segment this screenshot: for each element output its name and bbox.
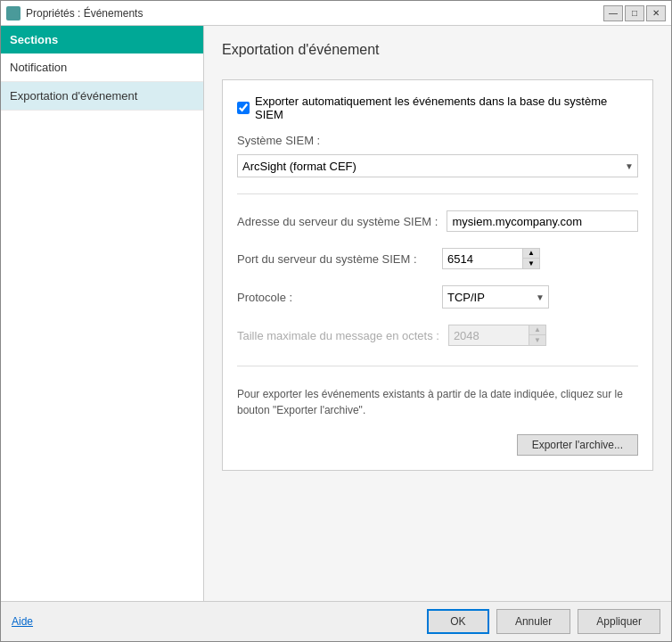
window-icon bbox=[6, 6, 20, 21]
title-bar-controls: — □ ✕ bbox=[603, 5, 666, 21]
export-archive-row: Exporter l'archive... bbox=[237, 434, 638, 456]
window-title: Propriétés : Événements bbox=[26, 7, 143, 20]
max-message-decrement-button: ▼ bbox=[529, 335, 545, 345]
apply-button[interactable]: Appliquer bbox=[578, 609, 660, 634]
minimize-button[interactable]: — bbox=[603, 5, 623, 21]
section-title: Exportation d'événement bbox=[222, 42, 653, 58]
protocol-label: Protocole : bbox=[237, 291, 433, 304]
sidebar-item-export[interactable]: Exportation d'événement bbox=[1, 82, 203, 111]
separator-2 bbox=[237, 366, 638, 366]
main-window: Propriétés : Événements — □ ✕ Sections N… bbox=[0, 0, 672, 642]
server-port-input[interactable] bbox=[442, 248, 522, 269]
server-port-increment-button[interactable]: ▲ bbox=[523, 249, 539, 259]
max-message-increment-button: ▲ bbox=[529, 325, 545, 335]
sidebar: Sections Notification Exportation d'évén… bbox=[1, 26, 204, 601]
siem-dropdown-wrapper: ArcSight (format CEF) QRadar Splunk ▼ bbox=[237, 154, 638, 177]
window-body: Sections Notification Exportation d'évén… bbox=[1, 26, 671, 601]
protocol-group: Protocole : TCP/IP UDP ▼ bbox=[237, 285, 638, 309]
server-port-spinner: ▲ ▼ bbox=[442, 248, 540, 269]
main-content: Exportation d'événement Exporter automat… bbox=[204, 26, 671, 601]
help-link[interactable]: Aide bbox=[12, 615, 33, 628]
server-port-spinner-buttons: ▲ ▼ bbox=[522, 248, 540, 269]
max-message-spinner-buttons: ▲ ▼ bbox=[529, 325, 546, 346]
separator-1 bbox=[237, 193, 638, 194]
siem-system-label: Système SIEM : bbox=[237, 134, 638, 147]
footer-buttons: OK Annuler Appliquer bbox=[427, 609, 660, 634]
sidebar-item-notification[interactable]: Notification bbox=[1, 54, 203, 82]
server-address-label: Adresse du serveur du système SIEM : bbox=[237, 215, 438, 228]
max-message-group: Taille maximale du message en octets : ▲… bbox=[237, 325, 638, 346]
cancel-button[interactable]: Annuler bbox=[496, 609, 570, 634]
title-bar-left: Propriétés : Événements bbox=[6, 6, 143, 21]
footer: Aide OK Annuler Appliquer bbox=[1, 601, 671, 641]
maximize-button[interactable]: □ bbox=[625, 5, 644, 21]
server-address-input[interactable] bbox=[447, 210, 638, 232]
ok-button[interactable]: OK bbox=[427, 609, 489, 634]
info-text: Pour exporter les événements existants à… bbox=[237, 383, 638, 422]
server-port-label: Port du serveur du système SIEM : bbox=[237, 252, 433, 266]
sidebar-header: Sections bbox=[1, 26, 203, 54]
protocol-dropdown-wrapper: TCP/IP UDP ▼ bbox=[442, 285, 549, 309]
protocol-select[interactable]: TCP/IP UDP bbox=[442, 285, 549, 309]
auto-export-checkbox[interactable] bbox=[237, 102, 250, 114]
siem-system-group: Système SIEM : ArcSight (format CEF) QRa… bbox=[237, 134, 638, 177]
title-bar: Propriétés : Événements — □ ✕ bbox=[1, 1, 671, 26]
export-archive-button[interactable]: Exporter l'archive... bbox=[517, 434, 638, 456]
siem-system-select[interactable]: ArcSight (format CEF) QRadar Splunk bbox=[237, 154, 638, 177]
max-message-label: Taille maximale du message en octets : bbox=[237, 329, 439, 342]
close-button[interactable]: ✕ bbox=[646, 5, 666, 21]
server-port-decrement-button[interactable]: ▼ bbox=[523, 259, 539, 268]
max-message-input bbox=[448, 325, 529, 346]
form-area: Exporter automatiquement les événements … bbox=[222, 79, 653, 471]
auto-export-label[interactable]: Exporter automatiquement les événements … bbox=[255, 95, 638, 121]
auto-export-row: Exporter automatiquement les événements … bbox=[237, 95, 638, 121]
max-message-spinner: ▲ ▼ bbox=[448, 325, 546, 346]
server-address-group: Adresse du serveur du système SIEM : bbox=[237, 210, 638, 232]
server-port-group: Port du serveur du système SIEM : ▲ ▼ bbox=[237, 248, 638, 269]
